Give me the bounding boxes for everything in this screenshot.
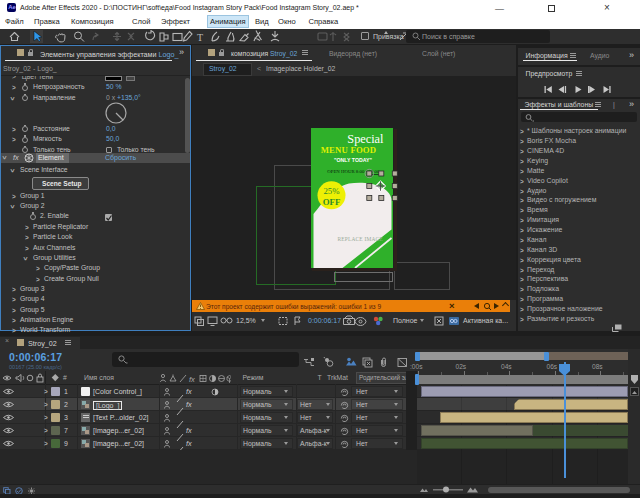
svg-text:25%: 25%: [323, 185, 340, 195]
svg-text:REPLACE IMAGE: REPLACE IMAGE: [338, 235, 384, 241]
svg-text:MENU FOOD: MENU FOOD: [321, 145, 377, 155]
svg-text:"ONLY TODAY": "ONLY TODAY": [334, 157, 372, 163]
svg-text:fx: fx: [189, 374, 195, 383]
svg-text:Special: Special: [347, 132, 384, 146]
svg-text:OFF: OFF: [323, 196, 341, 206]
svg-text:T: T: [197, 32, 203, 43]
